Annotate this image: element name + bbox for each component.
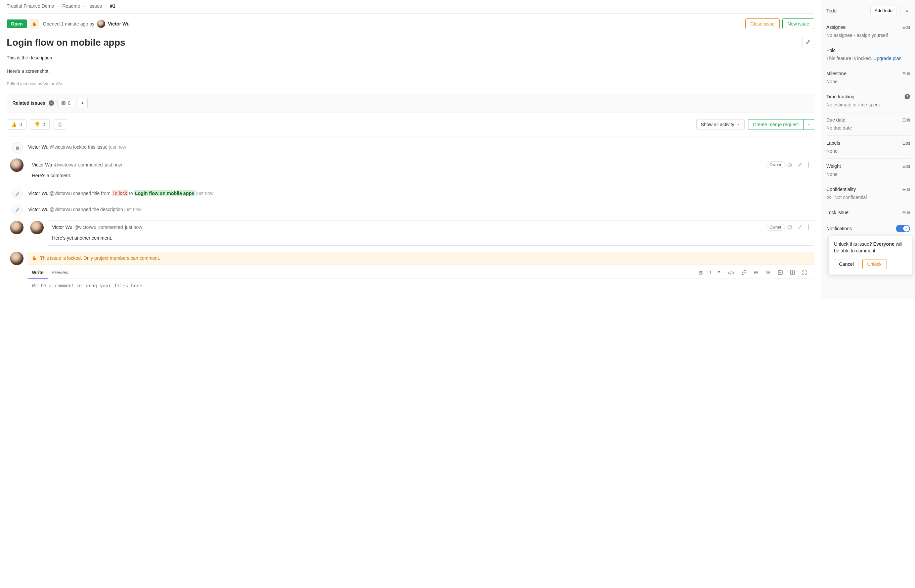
edit-duedate-button[interactable]: Edit bbox=[902, 118, 910, 123]
thumbs-up-button[interactable]: 👍 0 bbox=[7, 120, 26, 129]
author-name[interactable]: Victor Wu bbox=[108, 21, 130, 26]
tab-preview[interactable]: Preview bbox=[48, 267, 73, 279]
svg-rect-21 bbox=[755, 272, 758, 273]
svg-point-16 bbox=[808, 226, 809, 228]
notifications-toggle[interactable]: ✓ bbox=[896, 225, 910, 232]
svg-point-3 bbox=[58, 123, 62, 126]
owner-badge: Owner bbox=[766, 162, 785, 168]
lock-icon bbox=[32, 21, 37, 26]
sidebar-duedate-value: No due date bbox=[826, 125, 910, 131]
link-icon[interactable] bbox=[741, 270, 747, 276]
sidebar-notifications-label: Notifications bbox=[826, 226, 896, 231]
avatar[interactable] bbox=[10, 158, 24, 172]
lock-badge bbox=[29, 19, 39, 29]
svg-point-8 bbox=[790, 164, 790, 165]
status-badge: Open bbox=[7, 19, 27, 28]
table-icon[interactable] bbox=[790, 270, 795, 276]
quote-icon[interactable]: ❞ bbox=[718, 270, 721, 276]
edit-weight-button[interactable]: Edit bbox=[902, 164, 910, 169]
avatar[interactable] bbox=[30, 221, 44, 234]
chevron-down-icon bbox=[737, 123, 740, 126]
new-issue-button[interactable]: New issue bbox=[782, 18, 814, 29]
issue-title: Login flow on mobile apps bbox=[7, 37, 802, 48]
svg-point-20 bbox=[754, 272, 755, 273]
task-list-icon[interactable] bbox=[777, 270, 783, 276]
thumbs-down-icon: 👎 bbox=[34, 122, 40, 127]
edit-comment-button[interactable] bbox=[798, 162, 802, 168]
svg-point-6 bbox=[788, 163, 792, 167]
collapse-sidebar-button[interactable]: » bbox=[900, 7, 910, 15]
breadcrumb-repo[interactable]: Readme bbox=[63, 3, 80, 9]
owner-badge: Owner bbox=[766, 224, 785, 231]
bold-icon[interactable]: B bbox=[699, 270, 703, 276]
edit-title-button[interactable] bbox=[802, 37, 814, 48]
add-reaction-button[interactable] bbox=[53, 120, 67, 129]
cancel-button[interactable]: Cancel bbox=[834, 259, 859, 269]
activity-filter-dropdown[interactable]: Show all activity bbox=[696, 119, 745, 130]
avatar[interactable] bbox=[10, 221, 24, 234]
comment-menu-button[interactable] bbox=[808, 162, 809, 168]
close-issue-button[interactable]: Close issue bbox=[745, 18, 780, 29]
add-reaction-button[interactable] bbox=[787, 225, 792, 230]
edit-comment-button[interactable] bbox=[798, 225, 802, 230]
add-related-issue-button[interactable]: + bbox=[78, 98, 87, 108]
tab-write[interactable]: Write bbox=[28, 267, 48, 279]
related-issues-count: 0 bbox=[57, 99, 74, 107]
svg-point-32 bbox=[828, 197, 830, 198]
numbered-list-icon[interactable]: 123 bbox=[766, 270, 771, 276]
svg-point-15 bbox=[808, 225, 809, 226]
unlock-button[interactable]: Unlock bbox=[862, 259, 887, 269]
avatar[interactable] bbox=[97, 20, 105, 28]
smile-icon bbox=[57, 122, 63, 127]
sidebar-todo-label: Todo bbox=[826, 8, 867, 13]
breadcrumb-project[interactable]: Trustful Finance Demo bbox=[7, 3, 54, 9]
issue-icon bbox=[61, 101, 66, 105]
help-icon[interactable]: ? bbox=[905, 94, 910, 99]
thumbs-down-button[interactable]: 👎 0 bbox=[30, 120, 50, 129]
sidebar-weight-value: None bbox=[826, 171, 910, 177]
breadcrumb-id: #1 bbox=[110, 3, 115, 9]
edit-assignee-button[interactable]: Edit bbox=[902, 25, 910, 30]
sidebar-epic-value: This feature is locked. Upgrade plan bbox=[826, 56, 910, 61]
eye-icon bbox=[826, 195, 832, 200]
avatar[interactable] bbox=[10, 252, 24, 265]
svg-point-9 bbox=[808, 162, 809, 163]
sidebar-milestone-value: None bbox=[826, 79, 910, 84]
svg-point-22 bbox=[754, 273, 755, 274]
comment-body: Here's yet another comment. bbox=[47, 234, 814, 246]
edit-confidentiality-button[interactable]: Edit bbox=[902, 187, 910, 192]
breadcrumb: Trustful Finance Demo › Readme › Issues … bbox=[7, 0, 814, 13]
svg-point-13 bbox=[789, 226, 789, 227]
edit-lock-button[interactable]: Edit bbox=[902, 210, 910, 215]
pencil-icon bbox=[806, 40, 811, 44]
add-reaction-button[interactable] bbox=[787, 162, 792, 168]
related-issues-label: Related issues bbox=[13, 100, 45, 106]
related-issues-panel: Related issues ? 0 + bbox=[7, 94, 814, 112]
upgrade-plan-link[interactable]: Upgrade plan bbox=[873, 56, 902, 61]
pencil-icon bbox=[12, 205, 23, 215]
edited-meta: Edited just now by Victor Wu bbox=[7, 81, 814, 86]
sidebar-assignee-value[interactable]: No assignee - assign yourself bbox=[826, 32, 910, 38]
thumbs-up-icon: 👍 bbox=[11, 122, 17, 127]
code-icon[interactable]: </> bbox=[727, 270, 735, 276]
comment-composer: This issue is locked. Only project membe… bbox=[27, 252, 814, 299]
create-merge-request-caret[interactable] bbox=[804, 119, 814, 130]
edit-labels-button[interactable]: Edit bbox=[902, 141, 910, 145]
add-todo-button[interactable]: Add todo bbox=[870, 6, 897, 15]
sidebar-confidentiality-label: Confidentiality bbox=[826, 187, 902, 192]
breadcrumb-section[interactable]: Issues bbox=[88, 3, 102, 9]
create-merge-request-button[interactable]: Create merge request bbox=[748, 119, 804, 130]
fullscreen-icon[interactable] bbox=[802, 270, 807, 276]
edit-milestone-button[interactable]: Edit bbox=[902, 71, 910, 76]
svg-point-4 bbox=[59, 124, 60, 124]
svg-rect-30 bbox=[778, 270, 782, 275]
comment-input[interactable] bbox=[27, 279, 814, 298]
help-icon[interactable]: ? bbox=[49, 100, 54, 106]
bullet-list-icon[interactable] bbox=[753, 270, 759, 276]
svg-point-14 bbox=[790, 226, 790, 227]
svg-text:3: 3 bbox=[766, 273, 767, 275]
italic-icon[interactable]: I bbox=[709, 270, 711, 276]
comment-menu-button[interactable] bbox=[808, 225, 809, 230]
sidebar-confidentiality-value: Not confidential bbox=[826, 195, 910, 200]
svg-point-18 bbox=[754, 270, 755, 271]
